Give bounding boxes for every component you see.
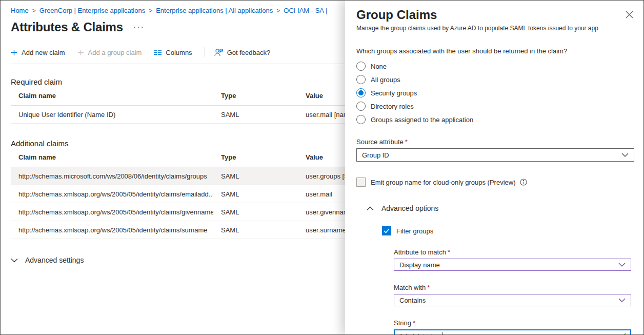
cell-value: user.givennam — [298, 208, 345, 216]
attribute-to-match-dropdown[interactable]: Display name — [394, 259, 631, 271]
columns-icon — [154, 49, 162, 55]
radio-label: All groups — [371, 76, 400, 84]
table-row-emailaddress-claim[interactable]: http://schemas.xmlsoap.org/ws/2005/05/id… — [11, 185, 345, 203]
info-icon[interactable] — [520, 179, 527, 186]
col-type: Type — [213, 92, 298, 100]
cell-type: SAML — [213, 190, 298, 198]
got-feedback-button[interactable]: Got feedback? — [214, 48, 271, 56]
group-claims-panel: Group Claims Manage the group claims use… — [345, 1, 644, 334]
breadcrumb: Home>GreenCorp | Enterprise applications… — [11, 7, 345, 14]
toolbar-underline — [11, 64, 345, 64]
match-with-value: Contains — [399, 297, 426, 304]
filter-groups-checkbox[interactable]: Filter groups — [382, 226, 634, 235]
advanced-options-expander[interactable]: Advanced options — [367, 204, 634, 212]
breadcrumb-separator: > — [32, 7, 36, 14]
close-icon[interactable] — [625, 10, 634, 22]
string-label: String* — [394, 319, 634, 327]
breadcrumb-home[interactable]: Home — [11, 7, 29, 14]
toolbar-divider — [205, 47, 205, 57]
add-group-claim-button[interactable]: Add a group claim — [77, 49, 142, 56]
text-cursor — [442, 332, 442, 335]
cell-claim-name: Unique User Identifier (Name ID) — [11, 111, 213, 119]
required-asterisk: * — [427, 284, 430, 291]
radio-circle — [356, 115, 366, 124]
attribute-to-match-label: Attribute to match* — [394, 248, 634, 256]
plus-icon — [77, 49, 84, 56]
feedback-icon — [214, 48, 223, 56]
col-value: Value — [298, 153, 345, 161]
cell-type: SAML — [213, 208, 298, 216]
add-group-claim-label: Add a group claim — [88, 49, 142, 56]
required-claim-table: Claim name Type Value Unique User Identi… — [11, 86, 345, 124]
source-attribute-dropdown[interactable]: Group ID — [356, 148, 634, 162]
checkbox-checked — [382, 226, 391, 235]
source-attribute-value: Group ID — [362, 151, 389, 159]
radio-all-groups[interactable]: All groups — [356, 73, 634, 86]
col-type: Type — [213, 153, 298, 161]
attribute-to-match-value: Display name — [399, 261, 440, 269]
additional-claims-heading: Additional claims — [11, 139, 345, 148]
radio-circle — [356, 75, 366, 84]
breadcrumb-separator: > — [149, 7, 152, 14]
radio-label: Security groups — [371, 89, 417, 97]
match-with-label: Match with* — [394, 284, 634, 291]
col-claim-name: Claim name — [11, 92, 213, 100]
more-options-icon[interactable]: ··· — [133, 23, 145, 32]
table-row-givenname-claim[interactable]: http://schemas.xmlsoap.org/ws/2005/05/id… — [11, 203, 345, 221]
table-row[interactable]: Unique User Identifier (Name ID) SAML us… — [11, 106, 345, 124]
table-header-row: Claim name Type Value — [11, 86, 345, 106]
groups-question-label: Which groups associated with the user sh… — [356, 47, 634, 55]
radio-label: None — [371, 63, 387, 70]
required-asterisk: * — [405, 138, 408, 146]
got-feedback-label: Got feedback? — [227, 49, 271, 56]
string-input[interactable]: Administrators — [394, 329, 631, 334]
columns-label: Columns — [166, 49, 192, 56]
required-asterisk: * — [448, 248, 450, 256]
col-value: Value — [298, 92, 345, 100]
additional-claims-table: Claim name Type Value http://schemas.mic… — [11, 148, 345, 239]
filter-groups-fields: Attribute to match* Display name Match w… — [394, 248, 634, 334]
radio-circle — [356, 62, 366, 71]
breadcrumb-oci-iam[interactable]: OCI IAM - SA | — [284, 7, 327, 14]
app-window: Home>GreenCorp | Enterprise applications… — [0, 0, 644, 335]
required-claim-heading: Required claim — [11, 77, 345, 86]
advanced-settings-expander[interactable]: Advanced settings — [11, 256, 345, 264]
chevron-down-icon — [621, 153, 629, 157]
col-claim-name: Claim name — [11, 153, 213, 161]
advanced-settings-label: Advanced settings — [25, 256, 84, 264]
columns-button[interactable]: Columns — [154, 49, 192, 56]
radio-label: Directory roles — [371, 103, 414, 110]
cell-type: SAML — [213, 111, 298, 119]
breadcrumb-enterprise-apps[interactable]: Enterprise applications | All applicatio… — [156, 7, 273, 14]
match-with-dropdown[interactable]: Contains — [394, 294, 631, 306]
radio-directory-roles[interactable]: Directory roles — [356, 100, 634, 113]
add-new-claim-button[interactable]: Add new claim — [11, 49, 65, 56]
valid-check-icon — [618, 333, 626, 334]
table-header-row: Claim name Type Value — [11, 148, 345, 167]
advanced-options-label: Advanced options — [381, 204, 438, 212]
emit-group-name-label: Emit group name for cloud-only groups (P… — [371, 179, 516, 186]
chevron-down-icon — [618, 298, 626, 302]
radio-circle-selected — [356, 88, 366, 97]
panel-title: Group Claims — [356, 8, 625, 22]
table-row-surname-claim[interactable]: http://schemas.xmlsoap.org/ws/2005/05/id… — [11, 221, 345, 239]
add-new-claim-label: Add new claim — [22, 49, 65, 56]
radio-security-groups[interactable]: Security groups — [356, 86, 634, 100]
cell-value: user.groups [S — [298, 172, 345, 180]
filter-groups-label: Filter groups — [396, 227, 433, 235]
radio-none[interactable]: None — [356, 60, 634, 73]
radio-circle — [356, 102, 366, 111]
cell-type: SAML — [213, 226, 298, 234]
cell-value: user.surname — [298, 226, 345, 234]
attributes-claims-page: Home>GreenCorp | Enterprise applications… — [1, 1, 345, 334]
chevron-down-icon — [11, 258, 18, 263]
cell-claim-name: http://schemas.xmlsoap.org/ws/2005/05/id… — [11, 208, 213, 216]
checkbox-unchecked — [356, 178, 366, 187]
table-row-groups-claim[interactable]: http://schemas.microsoft.com/ws/2008/06/… — [11, 167, 345, 185]
breadcrumb-greencorp[interactable]: GreenCorp | Enterprise applications — [39, 7, 145, 14]
source-attribute-label: Source attribute* — [356, 138, 634, 146]
emit-group-name-checkbox[interactable]: Emit group name for cloud-only groups (P… — [356, 178, 634, 187]
cell-claim-name: http://schemas.xmlsoap.org/ws/2005/05/id… — [11, 226, 213, 234]
group-type-radio-group: None All groups Security groups Director… — [356, 60, 634, 126]
radio-groups-assigned[interactable]: Groups assigned to the application — [356, 113, 634, 126]
